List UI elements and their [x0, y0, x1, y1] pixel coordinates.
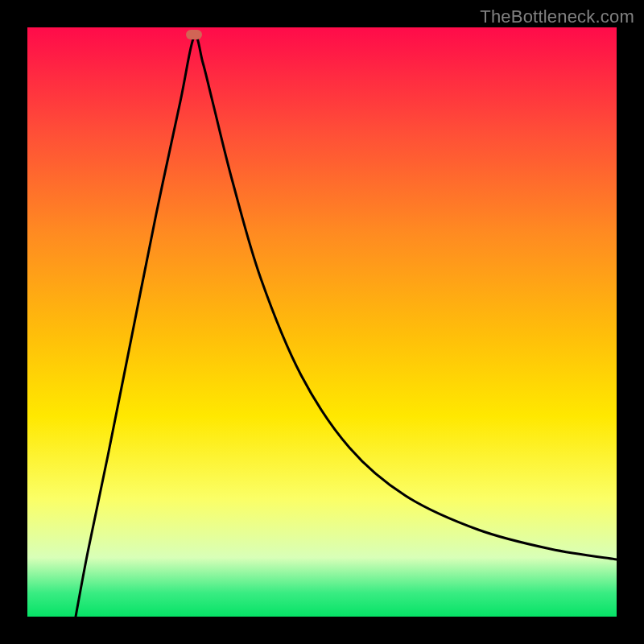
bottleneck-curve [27, 27, 617, 617]
plot-frame [27, 27, 617, 617]
watermark-text: TheBottleneck.com [480, 6, 634, 27]
optimal-point-marker [186, 30, 202, 39]
